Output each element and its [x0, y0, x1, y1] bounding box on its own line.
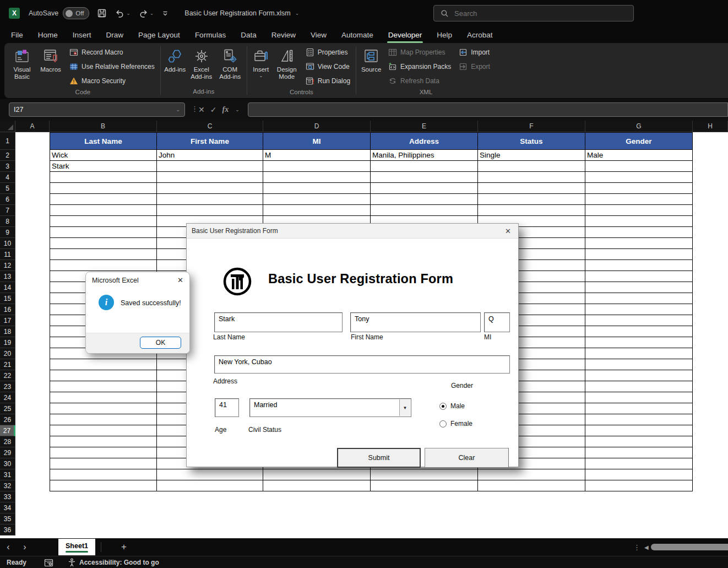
cell-G10[interactable] [585, 238, 693, 249]
cell-B26[interactable] [50, 414, 157, 425]
column-header-H[interactable]: H [693, 121, 728, 132]
row-header-2[interactable]: 2 [0, 150, 15, 161]
cell-D33[interactable] [263, 491, 371, 502]
row-header-20[interactable]: 20 [0, 348, 15, 359]
ok-button[interactable]: OK [140, 337, 181, 349]
row-header-34[interactable]: 34 [0, 502, 15, 513]
cell-A23[interactable] [15, 381, 50, 392]
redo-button[interactable]: ⌄ [138, 8, 154, 18]
cell-E33[interactable] [371, 491, 478, 502]
cell-E7[interactable] [371, 205, 478, 216]
last-name-field[interactable]: Stark [214, 312, 343, 332]
combobox-dropdown-button[interactable]: ▼ [399, 399, 410, 416]
formula-bar-divider-dots[interactable]: ⋮ [191, 105, 198, 113]
run-dialog-button[interactable]: Run Dialog [302, 74, 354, 88]
cell-H33[interactable] [693, 491, 728, 502]
cell-A32[interactable] [15, 480, 50, 491]
column-header-B[interactable]: B [50, 121, 157, 132]
gender-option-male[interactable]: Male [439, 402, 465, 410]
cell-B4[interactable] [50, 172, 157, 183]
macro-security-button[interactable]: Macro Security [66, 74, 158, 88]
cell-A7[interactable] [15, 205, 50, 216]
design-mode-button[interactable]: Design Mode [273, 45, 301, 82]
cell-A16[interactable] [15, 304, 50, 315]
cell-F32[interactable] [478, 480, 585, 491]
row-header-19[interactable]: 19 [0, 337, 15, 348]
cell-H36[interactable] [693, 524, 728, 535]
cancel-entry-button[interactable]: ✕ [198, 105, 205, 114]
column-header-D[interactable]: D [263, 121, 371, 132]
row-header-27[interactable]: 27 [0, 425, 15, 436]
cell-B9[interactable] [50, 227, 157, 238]
cell-H1[interactable] [693, 132, 728, 150]
cell-G32[interactable] [585, 480, 693, 491]
cell-G19[interactable] [585, 337, 693, 348]
refresh-data-button[interactable]: Refresh Data [385, 74, 454, 88]
tab-developer[interactable]: Developer [388, 31, 422, 39]
row-header-6[interactable]: 6 [0, 194, 15, 205]
cell-H11[interactable] [693, 249, 728, 260]
cell-C5[interactable] [157, 183, 263, 194]
record-macro-button[interactable]: Record Macro [66, 45, 158, 59]
cell-F6[interactable] [478, 194, 585, 205]
cell-E1[interactable]: Address [371, 132, 478, 150]
row-header-23[interactable]: 23 [0, 381, 15, 392]
cell-B27[interactable] [50, 425, 157, 436]
cell-H28[interactable] [693, 436, 728, 447]
cell-G25[interactable] [585, 403, 693, 414]
tab-home[interactable]: Home [38, 31, 58, 39]
com-add-ins-button[interactable]: COM Add-ins [216, 45, 245, 82]
cell-H8[interactable] [693, 216, 728, 227]
cell-B5[interactable] [50, 183, 157, 194]
cell-G15[interactable] [585, 293, 693, 304]
cell-H35[interactable] [693, 513, 728, 524]
cell-G16[interactable] [585, 304, 693, 315]
insert-function-button[interactable]: fx [222, 105, 229, 114]
undo-button[interactable]: ⌄ [115, 8, 131, 18]
cell-A2[interactable] [15, 150, 50, 161]
row-header-8[interactable]: 8 [0, 216, 15, 227]
tab-draw[interactable]: Draw [106, 31, 124, 39]
cell-F7[interactable] [478, 205, 585, 216]
cell-C35[interactable] [157, 513, 263, 524]
column-header-C[interactable]: C [157, 121, 263, 132]
dialog-title-bar[interactable]: Basic User Registration Form ✕ [187, 224, 518, 239]
cell-H5[interactable] [693, 183, 728, 194]
age-field[interactable]: 41 [215, 398, 239, 417]
cell-G11[interactable] [585, 249, 693, 260]
tab-data[interactable]: Data [241, 31, 257, 39]
tab-insert[interactable]: Insert [73, 31, 91, 39]
cell-F2[interactable]: Single [478, 150, 585, 161]
cell-E4[interactable] [371, 172, 478, 183]
cell-D2[interactable]: M [263, 150, 371, 161]
clear-button[interactable]: Clear [425, 448, 509, 468]
cell-E32[interactable] [371, 480, 478, 491]
cell-H23[interactable] [693, 381, 728, 392]
address-field[interactable]: New York, Cubao [214, 355, 510, 374]
cell-A14[interactable] [15, 282, 50, 293]
cell-F33[interactable] [478, 491, 585, 502]
cell-G36[interactable] [585, 524, 693, 535]
cell-A20[interactable] [15, 348, 50, 359]
cell-H6[interactable] [693, 194, 728, 205]
insert-control-button[interactable]: Insert ⌄ [249, 45, 273, 80]
cell-G13[interactable] [585, 271, 693, 282]
quick-access-overflow-button[interactable] [161, 9, 169, 17]
row-header-17[interactable]: 17 [0, 315, 15, 326]
cell-H30[interactable] [693, 458, 728, 469]
cell-A18[interactable] [15, 326, 50, 337]
tab-page-layout[interactable]: Page Layout [138, 31, 180, 39]
cell-H12[interactable] [693, 260, 728, 271]
row-header-21[interactable]: 21 [0, 359, 15, 370]
cell-C3[interactable] [157, 161, 263, 172]
row-header-22[interactable]: 22 [0, 370, 15, 381]
cell-A26[interactable] [15, 414, 50, 425]
cell-H31[interactable] [693, 469, 728, 480]
cell-E2[interactable]: Manila, Philippines [371, 150, 478, 161]
row-header-35[interactable]: 35 [0, 513, 15, 524]
row-header-13[interactable]: 13 [0, 271, 15, 282]
cell-A34[interactable] [15, 502, 50, 513]
cell-G5[interactable] [585, 183, 693, 194]
cell-G1[interactable]: Gender [585, 132, 693, 150]
cell-G21[interactable] [585, 359, 693, 370]
